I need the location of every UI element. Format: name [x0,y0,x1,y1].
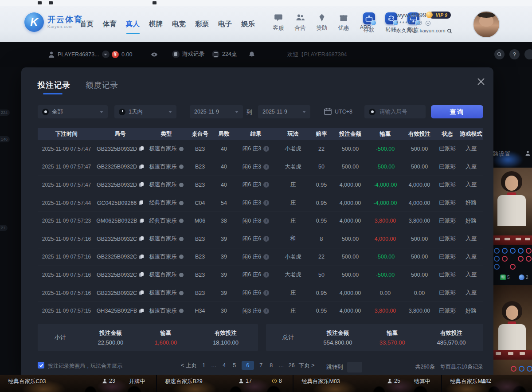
cell-bet-time: 2025-11-09 07:57:44 [38,200,95,206]
search-icon[interactable] [494,49,505,59]
close-icon[interactable] [477,77,485,86]
page-button-…[interactable]: … [278,362,285,368]
category-select[interactable]: 全部 [38,105,108,118]
modal-tabs: 投注记录 额度记录 [38,80,118,90]
page-button-26[interactable]: 26 [289,362,295,368]
info-icon[interactable]: i [263,164,269,170]
lobby-table-thumb[interactable]: 经典百家乐C03 23 开牌中 [0,375,157,392]
timezone-display: UTC+8 [324,107,352,116]
deposit-button[interactable]: 存款 [360,12,378,34]
baccarat-table-edge [491,235,532,245]
user-info[interactable]: wywy9999 VIP 9 ****** 永久网址: kaiyun.com [396,12,472,34]
pagination: < 上页 1…45678…26 下页 > [181,361,315,370]
cell-play: 和 [276,235,310,243]
cell-win-loss: -500.00 [368,272,403,278]
people-icon [296,13,305,22]
info-icon[interactable]: i [263,182,269,188]
sponsor-link[interactable]: 赞助 [313,13,331,32]
username: wywy9999 [396,12,426,19]
tables-count-link[interactable]: 224桌 [212,51,237,58]
lobby-table-thumb[interactable]: 经典百家乐M08 2 [442,375,532,392]
cell-status: 已派彩 [436,199,459,207]
tab-quota-records[interactable]: 额度记录 [86,80,118,90]
balance-value: 0.00 [121,51,132,58]
nav-item-4[interactable]: 电竞 [171,17,187,31]
info-icon[interactable]: i [263,218,269,224]
chevron-down-icon[interactable] [102,51,110,58]
next-page-button[interactable]: 下页 > [299,362,315,369]
notifications[interactable] [248,51,255,58]
info-icon[interactable]: i [263,308,269,314]
nav-item-3[interactable]: 棋牌 [148,17,164,31]
date-to-select[interactable]: 2025-11-9 [258,105,310,118]
copy-icon[interactable] [139,290,144,295]
page-button-6[interactable]: 6 [242,361,254,370]
page-button-7[interactable]: 7 [258,362,264,368]
query-button[interactable]: 查询 [431,105,483,118]
page-button-…[interactable]: … [211,362,217,368]
nav-item-6[interactable]: 电子 [217,17,233,31]
nav-item-0[interactable]: 首页 [79,17,94,31]
bell-icon [248,51,255,58]
cell-win-loss: -4,000.00 [368,200,403,206]
site-logo[interactable]: K 开云体育 Kaiyun.com [24,12,83,32]
eye-off-icon[interactable] [417,20,422,26]
info-icon[interactable]: i [263,290,269,296]
cell-bet-time: 2025-11-09 07:57:47 [38,164,95,170]
lobby-table-thumb[interactable]: 经典百家乐M03 25 结算中 [293,375,442,392]
lobby-table-name: 极速百家乐B29 [165,378,203,385]
tab-bet-records[interactable]: 投注记录 [38,80,70,90]
copy-icon[interactable] [139,146,144,151]
round-search-field[interactable] [364,105,426,118]
search-icon[interactable] [447,28,452,34]
camera-icon [179,309,184,313]
info-icon[interactable]: i [263,200,269,206]
nav-item-2[interactable]: 真人 [125,17,141,31]
avatar[interactable] [473,11,500,38]
road-settings-label[interactable]: 路设置 [493,150,510,158]
round-search-input[interactable] [379,108,421,115]
nav-item-5[interactable]: 彩票 [194,17,210,31]
date-range-select[interactable]: 1天内 [114,105,176,118]
table-status: 8 [272,378,282,384]
lobby-table-thumb[interactable]: 极速百家乐B29 17 8 [157,375,293,392]
help-icon[interactable]: ? [509,49,520,59]
dealer-video[interactable]: 和8 2 [491,285,532,375]
cell-result: 闲6 庄3i [235,163,276,171]
copy-icon[interactable] [139,309,144,314]
copy-icon[interactable] [139,165,144,169]
page-button-4[interactable]: 4 [221,362,227,368]
nav-item-7[interactable]: 娱乐 [240,17,256,31]
column-header-6: 玩法 [276,130,310,138]
promotions-link[interactable]: 优惠 [335,13,352,32]
info-icon[interactable]: i [263,272,269,278]
page-button-8[interactable]: 8 [268,362,274,368]
copy-icon[interactable] [139,236,144,241]
game-record-link[interactable]: 游戏记录 [172,51,204,58]
visibility-toggle[interactable] [151,51,158,58]
copy-icon[interactable] [139,255,144,259]
copy-icon[interactable] [139,182,144,187]
copy-icon[interactable] [139,200,143,205]
date-from-select[interactable]: 2025-11-9 [190,105,243,118]
refresh-circle-icon[interactable] [425,20,431,26]
info-icon[interactable]: i [263,254,269,260]
page-button-5[interactable]: 5 [231,362,238,368]
dealer-video[interactable] [491,168,532,245]
cell-round-count: 40 [212,182,235,188]
copy-icon[interactable] [140,219,144,223]
customer-service-link[interactable]: 客服 [270,13,287,32]
page-button-1[interactable]: 1 [201,362,207,368]
jump-input[interactable] [347,362,362,372]
partnership-link[interactable]: 合营 [291,13,309,32]
balance-display[interactable]: ¥ 0.00 [112,51,132,58]
more-icon[interactable] [524,49,532,59]
copy-icon[interactable] [139,272,144,277]
info-icon[interactable]: i [263,236,269,242]
player-account[interactable]: PLAYER46873... [48,51,110,58]
nav-item-1[interactable]: 体育 [102,17,117,31]
merge-checkbox[interactable] [38,362,44,368]
table-status: 结算中 [414,378,431,385]
prev-page-button[interactable]: < 上页 [181,362,197,369]
info-icon[interactable]: i [263,146,269,152]
